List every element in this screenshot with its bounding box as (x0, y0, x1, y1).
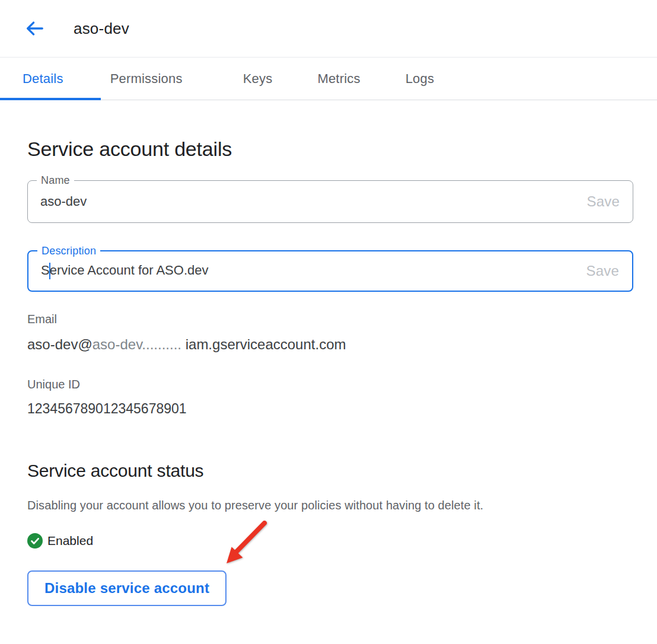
check-circle-icon (27, 533, 43, 549)
unique-id-value: 123456789012345678901 (27, 400, 633, 417)
email-redacted-part: aso-dev.......... (93, 336, 181, 352)
page-header: aso-dev (0, 0, 657, 58)
email-value: aso-dev@aso-dev.......... iam.gserviceac… (27, 336, 633, 353)
back-button[interactable] (24, 18, 45, 39)
name-field-label: Name (37, 174, 74, 187)
tab-metrics[interactable]: Metrics (317, 71, 360, 87)
description-field-label: Description (37, 244, 100, 257)
name-field: Name aso-dev Save (27, 180, 633, 223)
unique-id-block: Unique ID 123456789012345678901 (27, 377, 633, 417)
email-user-part: aso-dev@ (27, 336, 93, 352)
status-section-heading: Service account status (27, 459, 633, 483)
email-block: Email aso-dev@aso-dev.......... iam.gser… (27, 312, 633, 353)
details-section-heading: Service account details (27, 137, 633, 161)
description-save-button[interactable]: Save (586, 263, 619, 279)
tab-permissions[interactable]: Permissions (110, 71, 183, 87)
unique-id-label: Unique ID (27, 377, 633, 391)
description-field: Description Service Account for ASO.dev … (27, 250, 633, 292)
description-input[interactable]: Service Account for ASO.dev (28, 263, 586, 279)
status-row: Enabled (27, 533, 633, 549)
name-input[interactable]: aso-dev (28, 194, 586, 209)
tab-logs[interactable]: Logs (406, 71, 435, 87)
email-label: Email (27, 312, 633, 326)
status-state-label: Enabled (47, 534, 93, 548)
page-title: aso-dev (74, 20, 129, 38)
active-tab-indicator (0, 98, 101, 100)
email-domain-part: iam.gserviceaccount.com (181, 336, 346, 352)
disable-service-account-button[interactable]: Disable service account (27, 570, 227, 606)
main-content: Service account details Name aso-dev Sav… (0, 137, 657, 606)
description-text-after-caret: ervice Account for ASO.dev (50, 263, 209, 278)
status-description: Disabling your account allows you to pre… (27, 497, 633, 514)
arrow-back-icon (24, 18, 44, 39)
description-text-before-caret: S (41, 263, 50, 278)
name-save-button[interactable]: Save (586, 193, 620, 210)
tab-keys[interactable]: Keys (243, 71, 273, 87)
tab-details[interactable]: Details (23, 71, 63, 87)
tab-bar: Details Permissions Keys Metrics Logs (0, 58, 657, 100)
service-account-details-page: aso-dev Details Permissions Keys Metrics… (0, 0, 657, 644)
